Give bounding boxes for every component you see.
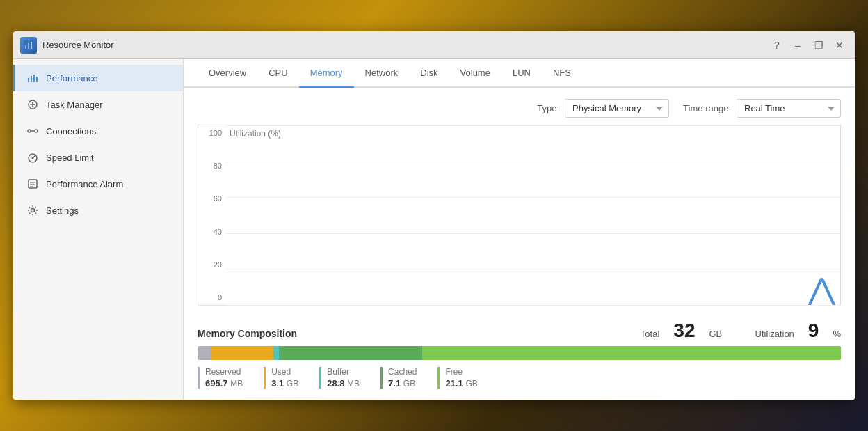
task-manager-icon [26,98,39,111]
legend-used-name: Used [271,367,298,377]
controls-row: Type: Physical Memory Virtual Memory Swa… [198,99,841,118]
content-area: Overview CPU Memory Network Disk Volume … [184,59,855,400]
close-button[interactable]: ✕ [831,37,848,54]
window-title: Resource Monitor [42,40,114,50]
type-select[interactable]: Physical Memory Virtual Memory Swap [565,99,669,118]
sidebar-label-performance-alarm: Performance Alarm [46,179,123,189]
minimize-button[interactable]: – [789,37,806,54]
sidebar-label-performance: Performance [46,73,97,84]
memory-composition: Memory Composition Total 32 GB Utilizati… [184,313,855,400]
chart-grid [226,125,840,305]
sidebar-label-speed-limit: Speed Limit [46,152,94,163]
restore-button[interactable]: ❐ [810,37,827,54]
svg-rect-6 [33,75,35,82]
legend-cached: Cached 7.1 GB [380,367,417,389]
svg-rect-4 [28,78,29,82]
settings-icon [26,204,39,217]
performance-alarm-icon [26,178,39,190]
legend-cached-value: 7.1 GB [388,378,417,389]
svg-point-16 [32,157,34,159]
sidebar: Performance Task Manager [13,59,184,400]
main-window: Resource Monitor ? – ❐ ✕ Performan [13,31,855,400]
total-unit: GB [709,329,722,339]
y-label-60: 60 [198,194,226,203]
legend-free: Free 21.1 GB [437,367,477,389]
svg-rect-2 [28,43,29,49]
titlebar: Resource Monitor ? – ❐ ✕ [13,31,855,59]
legend-free-name: Free [445,367,477,377]
mc-title: Memory Composition [198,328,297,339]
legend-cached-name: Cached [388,367,417,377]
sidebar-item-settings[interactable]: Settings [13,197,183,224]
legend-free-value: 21.1 GB [445,378,477,389]
legend-reserved-value: 695.7 MB [205,378,243,389]
chart-y-axis-title: Utilization (%) [230,129,281,139]
svg-point-12 [35,130,38,132]
type-control: Type: Physical Memory Virtual Memory Swa… [537,99,669,118]
legend-buffer: Buffer 28.8 MB [319,367,360,389]
tab-disk[interactable]: Disk [409,59,449,88]
connections-icon [26,125,39,137]
tab-nfs[interactable]: NFS [542,59,582,88]
sidebar-item-connections[interactable]: Connections [13,118,183,144]
performance-icon [26,72,39,84]
main-content: Performance Task Manager [13,59,855,400]
y-label-40: 40 [198,228,226,236]
sidebar-item-performance[interactable]: Performance [13,65,183,91]
bar-free [422,346,841,360]
svg-rect-7 [36,77,38,82]
legend-reserved-name: Reserved [205,367,243,377]
legend-buffer-value: 28.8 MB [327,378,360,389]
mc-header: Memory Composition Total 32 GB Utilizati… [198,321,841,340]
bar-cached [279,346,421,360]
titlebar-controls: ? – ❐ ✕ [769,37,848,54]
sidebar-item-performance-alarm[interactable]: Performance Alarm [13,171,183,197]
help-button[interactable]: ? [769,37,785,54]
type-label: Type: [537,103,559,113]
chart-container: 100 80 60 40 20 0 Utilization (%) [198,125,841,306]
utilization-label: Utilization [755,329,794,339]
utilization-value: 9 [808,321,819,340]
speed-limit-icon [26,151,39,164]
tab-lun[interactable]: LUN [501,59,542,88]
sidebar-label-task-manager: Task Manager [46,100,103,110]
legend-used: Used 3.1 GB [264,367,298,389]
total-label: Total [641,329,659,339]
y-axis: 100 80 60 40 20 0 [198,125,226,305]
app-icon [20,37,37,54]
svg-rect-1 [25,45,26,49]
tab-volume[interactable]: Volume [449,59,501,88]
svg-rect-5 [31,76,32,82]
legend-reserved: Reserved 695.7 MB [198,367,243,389]
y-label-20: 20 [198,260,226,269]
mc-stats: Total 32 GB Utilization 9 % [641,321,841,340]
bar-reserved [198,346,211,360]
tab-memory[interactable]: Memory [299,59,354,88]
svg-point-21 [31,209,35,212]
legend-buffer-name: Buffer [327,367,360,377]
svg-rect-3 [31,42,32,49]
tab-cpu[interactable]: CPU [257,59,298,88]
svg-point-11 [28,130,31,132]
chart-svg [226,125,840,305]
tab-overview[interactable]: Overview [198,59,257,88]
total-value: 32 [673,321,695,340]
y-label-100: 100 [198,129,226,137]
sidebar-label-connections: Connections [46,126,96,136]
bar-used [211,346,273,360]
sidebar-label-settings: Settings [46,205,79,216]
tabs-bar: Overview CPU Memory Network Disk Volume … [184,59,855,88]
time-range-select[interactable]: Real Time Last Hour Last Day Last Week [737,99,841,118]
chart-area: Type: Physical Memory Virtual Memory Swa… [184,88,855,313]
y-label-80: 80 [198,162,226,170]
sidebar-item-task-manager[interactable]: Task Manager [13,91,183,118]
mc-bar [198,346,841,360]
mc-legend: Reserved 695.7 MB Used 3.1 GB Buffer 28.… [198,367,841,389]
titlebar-left: Resource Monitor [20,37,114,54]
bar-buffer [273,346,279,360]
utilization-unit: % [833,329,841,339]
legend-used-value: 3.1 GB [271,378,298,389]
time-range-label: Time range: [683,103,731,113]
tab-network[interactable]: Network [354,59,410,88]
sidebar-item-speed-limit[interactable]: Speed Limit [13,144,183,171]
